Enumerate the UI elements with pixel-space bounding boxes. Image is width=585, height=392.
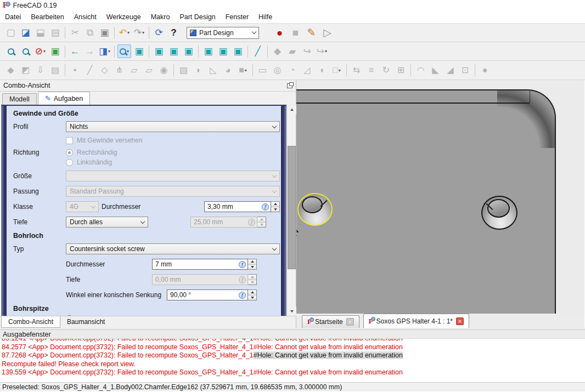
spin-down-button[interactable] — [248, 295, 256, 300]
datum-line-icon: ╱ — [83, 64, 97, 77]
view-rear-icon[interactable]: ▣ — [201, 44, 215, 58]
create-body-icon: ◆ — [4, 64, 18, 77]
spin-down-button[interactable] — [271, 207, 279, 212]
menu-ansicht[interactable]: Ansicht — [69, 12, 102, 22]
freecad-icon: F — [369, 317, 373, 326]
toolbar-separator — [114, 27, 115, 39]
dock-tab-combo-ansicht[interactable]: Combo-Ansicht — [1, 316, 60, 328]
countersink-hole[interactable] — [481, 196, 518, 230]
tiefe-combobox[interactable]: Durch alles — [66, 217, 148, 228]
scroll-down-button[interactable] — [287, 306, 296, 316]
close-icon[interactable]: × — [346, 318, 354, 326]
subtractive-primitive-icon: □▾ — [330, 64, 344, 77]
document-tab-label: Startseite — [315, 318, 343, 326]
cut-icon: ✂ — [68, 26, 82, 39]
countersink-angle-spinbox[interactable]: 90,00 ° ƒ — [167, 289, 257, 300]
view-left-icon[interactable]: ▣ — [231, 44, 245, 58]
spin-up-button[interactable] — [271, 202, 279, 207]
macro-record-icon[interactable]: ● — [273, 26, 286, 39]
zoom-selection-icon[interactable] — [19, 44, 32, 58]
hole-diameter-spinbox[interactable]: 7 mm ƒ — [152, 259, 257, 270]
expression-icon: ƒ — [248, 219, 255, 226]
open-file-icon[interactable]: ◪ — [19, 26, 32, 39]
left-hand-radio — [66, 159, 73, 166]
subtractive-loft-icon: ◿ — [300, 64, 314, 77]
spin-up-button[interactable] — [248, 290, 256, 295]
navigation-style-icon[interactable]: ◨▾ — [98, 44, 111, 58]
combo-view-panel: Combo-Ansicht Modell ✎ Aufgaben Gewinde … — [0, 80, 296, 328]
zoom-tool-icon[interactable]: ▾ — [117, 44, 131, 58]
whats-this-icon[interactable]: ? — [167, 26, 181, 39]
spin-down-button[interactable] — [248, 264, 256, 270]
view-top-icon[interactable]: ▣ — [167, 44, 181, 58]
view-bottom-icon[interactable]: ▣ — [216, 44, 230, 58]
3d-viewport[interactable]: FStartseite×FSoxos GPS Halter 4-1 : 1*× — [296, 80, 584, 328]
chevron-down-icon — [252, 30, 256, 34]
view-isometric-icon[interactable]: ▣ — [132, 44, 146, 58]
scrollbar-thumb[interactable] — [288, 146, 296, 269]
macro-execute-icon[interactable]: ▷ — [320, 26, 334, 39]
refresh-icon[interactable]: ⟳ — [152, 26, 166, 39]
datum-plane-icon: ◇ — [98, 64, 111, 77]
toolbar-separator — [198, 46, 199, 58]
make-link-group-icon: ↪▾ — [315, 44, 329, 58]
shape-binder-icon: ▱ — [127, 64, 141, 77]
pad-icon: ▧ — [177, 64, 190, 77]
document-tab-soxos-gps-halter-4-1-1-[interactable]: FSoxos GPS Halter 4-1 : 1*× — [363, 314, 469, 328]
freecad-icon: F — [307, 317, 312, 326]
document-tab-startseite[interactable]: FStartseite× — [302, 315, 359, 328]
macro-stop-icon[interactable]: ■ — [289, 26, 302, 39]
hole-type-combobox[interactable]: Countersink socket screw — [66, 243, 280, 254]
close-icon[interactable]: × — [456, 317, 464, 325]
expression-icon[interactable]: ƒ — [262, 203, 269, 211]
nav-back-icon[interactable]: ← — [68, 44, 82, 58]
task-scrollbar[interactable] — [286, 105, 296, 316]
selection-bounding-box-icon[interactable]: ▣ — [48, 44, 62, 58]
sub-shape-binder-icon: ▱ — [142, 64, 156, 77]
menu-datei[interactable]: Datei — [0, 12, 26, 22]
hole-bore[interactable] — [302, 196, 323, 213]
view-front-icon[interactable]: ▣ — [152, 44, 166, 58]
float-panel-button[interactable] — [287, 83, 292, 88]
scroll-up-button[interactable] — [287, 105, 296, 114]
output-window[interactable]: 83.1241 <App> Document.cpp(3732): Failed… — [0, 339, 585, 382]
document-tab-label: Soxos GPS Halter 4-1 : 1* — [376, 317, 453, 325]
flat-tip-label: Flach — [77, 315, 93, 316]
menu-fenster[interactable]: Fenster — [221, 12, 254, 22]
menu-werkzeuge[interactable]: Werkzeuge — [102, 12, 146, 22]
tab-modell[interactable]: Modell — [2, 93, 37, 105]
dock-tab-baumansicht[interactable]: Baumansicht — [60, 316, 111, 328]
thread-diameter-spinbox[interactable]: 3,30 mm ƒ — [204, 201, 280, 212]
hole-icon: ◎ — [271, 64, 284, 77]
menu-bearbeiten[interactable]: Bearbeiten — [26, 12, 69, 22]
view-right-icon[interactable]: ▣ — [182, 44, 195, 58]
hole-durchmesser-label: Durchmesser — [66, 260, 152, 268]
subtractive-pipe-icon: ◖ — [315, 64, 329, 77]
menu-part-design[interactable]: Part Design — [175, 12, 220, 22]
part-body[interactable] — [296, 89, 556, 314]
workbench-selector[interactable]: Part Design — [187, 27, 259, 39]
fit-all-icon[interactable] — [4, 44, 18, 58]
menu-hilfe[interactable]: Hilfe — [254, 12, 277, 22]
expression-icon[interactable]: ƒ — [239, 292, 246, 299]
redo-icon[interactable]: ↷▾ — [132, 26, 146, 39]
draw-style-icon[interactable]: ⊘▾ — [33, 44, 47, 58]
profil-combobox[interactable]: Nichts — [66, 121, 280, 132]
tab-aufgaben[interactable]: ✎ Aufgaben — [38, 92, 90, 105]
paste-icon[interactable]: ▣ — [98, 26, 111, 39]
flat-tip-radio[interactable] — [66, 315, 73, 316]
workbench-value: Part Design — [199, 29, 234, 37]
thickness-icon: ⊡ — [458, 64, 472, 77]
undo-icon[interactable]: ↶▾ — [117, 26, 131, 39]
spin-up-button[interactable] — [248, 259, 256, 264]
expression-icon[interactable]: ƒ — [239, 261, 246, 268]
toolbar-separator — [475, 64, 475, 76]
toolbar-separator — [65, 64, 65, 76]
durchmesser-label: Durchmesser — [102, 203, 188, 211]
part-corner-fillet — [497, 90, 555, 148]
countersink-hole-preselected[interactable] — [297, 193, 333, 226]
menu-makro[interactable]: Makro — [146, 12, 175, 22]
macro-edit-icon[interactable]: ✎ — [305, 26, 318, 39]
measure-distance-icon[interactable]: ╱ — [251, 44, 265, 58]
mirrored-icon: ⇆ — [350, 64, 363, 77]
